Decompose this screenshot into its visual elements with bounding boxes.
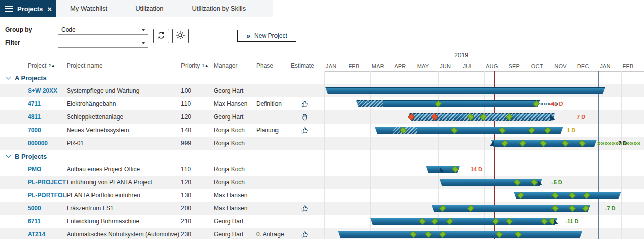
close-tab-icon[interactable]: × (47, 5, 52, 13)
project-code-link[interactable]: AT214 (28, 231, 67, 238)
table-row[interactable]: 7000Neues Vertriebssystem140Ronja KochPl… (0, 124, 324, 137)
table-row[interactable]: 6711Entwicklung Bohrmaschine210Georg Har… (0, 215, 324, 228)
table-row[interactable]: 4711Elektrohängebahn110Max HansenDefinit… (0, 97, 324, 110)
year-boundary-line (598, 71, 599, 239)
project-manager: Georg Hart (214, 231, 256, 238)
project-priority: 999 (181, 140, 214, 147)
thumbs-up-icon[interactable] (291, 205, 319, 212)
group-header-row[interactable]: B Projects (0, 150, 324, 163)
gantt-row: -11 D (324, 215, 644, 228)
refresh-button[interactable] (153, 29, 169, 43)
project-priority: 100 (181, 87, 214, 94)
gantt-bar[interactable] (439, 179, 542, 186)
month-label: FEB (623, 63, 634, 69)
thumbs-up-icon[interactable] (291, 231, 319, 238)
table-row[interactable]: PMOAufbau eines Project Office110Ronja K… (0, 163, 324, 176)
group-by-select[interactable]: Code (58, 25, 148, 35)
new-project-button[interactable]: » New Project (237, 30, 296, 42)
project-code-link[interactable]: S+W 20XX (28, 87, 67, 94)
column-header-name[interactable]: Project name (67, 62, 181, 69)
deviation-label: -11 D (565, 218, 578, 224)
collapse-chevron-icon[interactable] (6, 75, 11, 80)
sort-indicator: 1▲ (202, 63, 209, 68)
new-project-label: New Project (254, 32, 287, 39)
project-code-link[interactable]: PMO (28, 166, 67, 173)
end-marker-icon (440, 167, 444, 172)
gantt-bar[interactable] (514, 192, 621, 199)
tab-projects[interactable]: Projects × (0, 0, 56, 17)
app-window: Projects × My WatchlistUtilizationUtiliz… (0, 0, 644, 239)
tabs-strip: My WatchlistUtilizationUtilization by Sk… (56, 0, 273, 17)
tab-projects-label: Projects (17, 5, 43, 13)
column-header-estimate[interactable]: Estimate (291, 62, 319, 69)
gantt-bar[interactable] (338, 231, 582, 238)
table-row[interactable]: PL-PORTFOLIOPLANTA Portfolio einführen13… (0, 189, 324, 202)
project-manager: Georg Hart (214, 87, 256, 94)
deviation-label: 7 D (577, 114, 585, 120)
menu-icon[interactable] (5, 6, 13, 12)
table-row[interactable]: 000000PR-01999Ronja Koch (0, 137, 324, 150)
gantt-bar[interactable] (356, 100, 540, 107)
bar-hatch-overlay (356, 100, 383, 107)
gantt-bar[interactable] (325, 87, 605, 94)
project-code-link[interactable]: 6711 (28, 218, 67, 225)
column-header-project[interactable]: Project 2▲ (28, 62, 67, 69)
project-priority: 120 (181, 179, 214, 186)
filter-label: Filter (5, 39, 20, 46)
project-name: Systempflege und Wartung (67, 87, 181, 94)
column-header-phase[interactable]: Phase (256, 62, 291, 69)
project-code-link[interactable]: PL-PROJECT (28, 179, 67, 186)
project-priority: 140 (181, 127, 214, 134)
project-name: Fräszentrum FS1 (67, 205, 181, 212)
project-name: PLANTA Portfolio einführen (67, 192, 181, 199)
tab-my-watchlist[interactable]: My Watchlist (56, 0, 121, 17)
tab-bar: Projects × My WatchlistUtilizationUtiliz… (0, 0, 644, 17)
gantt-rows: »»»»»-41 D7 D1 D»»»»»»»»»»»»-7 D14 D-5 D… (324, 71, 644, 239)
table-row[interactable]: S+W 20XXSystempflege und Wartung100Georg… (0, 84, 324, 97)
settings-button[interactable] (172, 29, 189, 43)
group-by-value: Code (61, 26, 76, 33)
gantt-panel: 2019 JANFEBMARAPRMAYJUNJULAUGSEPOCTNOVDE… (324, 17, 644, 239)
gantt-row: 1 D (324, 124, 644, 137)
project-priority: 120 (181, 113, 214, 121)
tab-utilization-by-skills[interactable]: Utilization by Skills (178, 0, 260, 17)
project-priority: 110 (181, 166, 214, 173)
gantt-row (324, 84, 644, 97)
gantt-row (324, 189, 644, 202)
project-phase: Definition (256, 100, 291, 107)
column-header-manager[interactable]: Manager (214, 62, 256, 69)
end-marker-icon (538, 180, 542, 185)
project-code-link[interactable]: PL-PORTFOLIO (28, 192, 67, 199)
table-row[interactable]: PL-PROJECTEinführung von PLANTA Project1… (0, 176, 324, 189)
gantt-month-header: JANFEBMARAPRMAYJUNJULAUGSEPOCTNOVDECJANF… (324, 61, 644, 72)
collapse-chevron-icon[interactable] (6, 153, 11, 158)
toolbar: Group by Code Filter » New Project (0, 17, 324, 60)
gantt-bar[interactable] (432, 205, 591, 212)
gear-icon (176, 31, 185, 42)
project-code-link[interactable]: 7000 (28, 127, 67, 134)
project-code-link[interactable]: 4811 (28, 113, 67, 121)
thumbs-up-icon[interactable] (291, 100, 319, 108)
month-label: JAN (600, 63, 610, 69)
table-row[interactable]: 5000Fräszentrum FS1200Max Hansen (0, 202, 324, 215)
project-name: PR-01 (67, 140, 181, 147)
end-marker-icon (550, 114, 555, 120)
filter-select[interactable] (58, 38, 148, 48)
project-code-link[interactable]: 5000 (28, 205, 67, 212)
thumbs-up-icon[interactable] (291, 127, 319, 134)
hand-icon[interactable] (291, 113, 319, 121)
project-manager: Ronja Koch (214, 179, 256, 186)
group-header-row[interactable]: A Projects (0, 71, 324, 84)
gantt-bar[interactable] (370, 218, 558, 225)
project-code-link[interactable]: 4711 (28, 100, 67, 107)
table-row[interactable]: AT214Automatisches Notrufsystem (Automot… (0, 228, 324, 239)
project-name: Automatisches Notrufsystem (Automotive) (67, 231, 181, 238)
column-header-priority[interactable]: Priority 1▲ (181, 62, 214, 69)
tab-utilization[interactable]: Utilization (121, 0, 177, 17)
table-row[interactable]: 4811Schleppkettenanlage120Georg Hart (0, 110, 324, 124)
project-name: Neues Vertriebssystem (67, 127, 181, 134)
project-code-link[interactable]: 000000 (28, 140, 67, 147)
deviation-label: 14 D (471, 166, 482, 172)
gantt-grid: »»»»»-41 D7 D1 D»»»»»»»»»»»»-7 D14 D-5 D… (324, 71, 644, 239)
project-manager: Ronja Koch (214, 140, 256, 147)
